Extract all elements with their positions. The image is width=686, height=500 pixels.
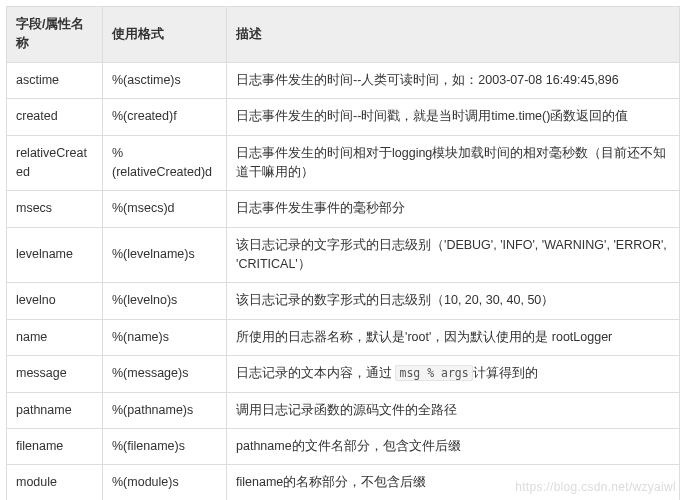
col-format: 使用格式 bbox=[103, 7, 227, 63]
cell-desc: pathname的文件名部分，包含文件后缀 bbox=[227, 428, 680, 464]
cell-format: %(levelname)s bbox=[103, 227, 227, 283]
table-row: asctime%(asctime)s日志事件发生的时间--人类可读时间，如：20… bbox=[7, 62, 680, 98]
col-field: 字段/属性名称 bbox=[7, 7, 103, 63]
cell-field: asctime bbox=[7, 62, 103, 98]
cell-desc: 调用日志记录函数的源码文件的全路径 bbox=[227, 392, 680, 428]
table-row: filename%(filename)spathname的文件名部分，包含文件后… bbox=[7, 428, 680, 464]
table-header-row: 字段/属性名称 使用格式 描述 bbox=[7, 7, 680, 63]
cell-field: relativeCreated bbox=[7, 135, 103, 191]
cell-desc: 所使用的日志器名称，默认是'root'，因为默认使用的是 rootLogger bbox=[227, 319, 680, 355]
cell-desc: filename的名称部分，不包含后缀 bbox=[227, 465, 680, 500]
table-row: created%(created)f日志事件发生的时间--时间戳，就是当时调用t… bbox=[7, 99, 680, 135]
cell-format: %(msecs)d bbox=[103, 191, 227, 227]
table-row: msecs%(msecs)d日志事件发生事件的毫秒部分 bbox=[7, 191, 680, 227]
cell-format: %(asctime)s bbox=[103, 62, 227, 98]
cell-field: pathname bbox=[7, 392, 103, 428]
cell-desc: 日志事件发生的时间--时间戳，就是当时调用time.time()函数返回的值 bbox=[227, 99, 680, 135]
table-row: levelno%(levelno)s该日志记录的数字形式的日志级别（10, 20… bbox=[7, 283, 680, 319]
cell-format: %(levelno)s bbox=[103, 283, 227, 319]
cell-field: created bbox=[7, 99, 103, 135]
cell-format: %(name)s bbox=[103, 319, 227, 355]
cell-field: levelno bbox=[7, 283, 103, 319]
table-row: levelname%(levelname)s该日志记录的文字形式的日志级别（'D… bbox=[7, 227, 680, 283]
cell-format: %(created)f bbox=[103, 99, 227, 135]
cell-desc: 日志事件发生的时间--人类可读时间，如：2003-07-08 16:49:45,… bbox=[227, 62, 680, 98]
table-row: relativeCreated%(relativeCreated)d日志事件发生… bbox=[7, 135, 680, 191]
table-row: name%(name)s所使用的日志器名称，默认是'root'，因为默认使用的是… bbox=[7, 319, 680, 355]
cell-desc: 该日志记录的数字形式的日志级别（10, 20, 30, 40, 50） bbox=[227, 283, 680, 319]
cell-format: %(pathname)s bbox=[103, 392, 227, 428]
table-row: pathname%(pathname)s调用日志记录函数的源码文件的全路径 bbox=[7, 392, 680, 428]
col-desc: 描述 bbox=[227, 7, 680, 63]
table-row: message%(message)s日志记录的文本内容，通过 msg % arg… bbox=[7, 356, 680, 392]
cell-format: %(message)s bbox=[103, 356, 227, 392]
cell-desc: 日志记录的文本内容，通过 msg % args计算得到的 bbox=[227, 356, 680, 392]
cell-format: %(module)s bbox=[103, 465, 227, 500]
logging-attrs-table: 字段/属性名称 使用格式 描述 asctime%(asctime)s日志事件发生… bbox=[6, 6, 680, 500]
cell-field: name bbox=[7, 319, 103, 355]
cell-format: %(relativeCreated)d bbox=[103, 135, 227, 191]
cell-field: module bbox=[7, 465, 103, 500]
cell-format: %(filename)s bbox=[103, 428, 227, 464]
cell-field: message bbox=[7, 356, 103, 392]
table-row: module%(module)sfilename的名称部分，不包含后缀 bbox=[7, 465, 680, 500]
cell-desc: 日志事件发生的时间相对于logging模块加载时间的相对毫秒数（目前还不知道干嘛… bbox=[227, 135, 680, 191]
cell-desc: 日志事件发生事件的毫秒部分 bbox=[227, 191, 680, 227]
cell-field: levelname bbox=[7, 227, 103, 283]
cell-desc: 该日志记录的文字形式的日志级别（'DEBUG', 'INFO', 'WARNIN… bbox=[227, 227, 680, 283]
cell-field: msecs bbox=[7, 191, 103, 227]
inline-code: msg % args bbox=[395, 365, 472, 381]
cell-field: filename bbox=[7, 428, 103, 464]
